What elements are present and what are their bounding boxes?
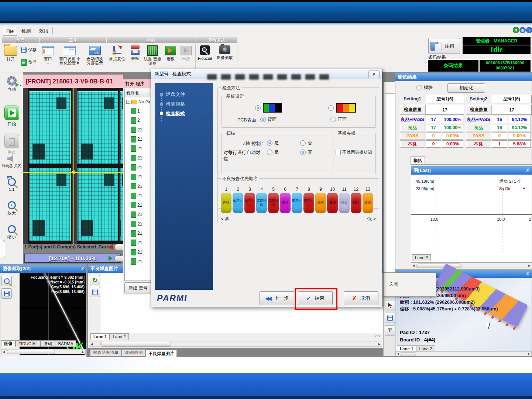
program-tree-item[interactable]: 21: [125, 229, 151, 238]
swatch-red-radio[interactable]: [328, 105, 334, 111]
nav-inspection-spec[interactable]: 检测规格: [160, 101, 185, 107]
chart-close-icon[interactable]: ✗: [526, 168, 529, 173]
zoom-1to1-button[interactable]: 1:1 1:1: [0, 178, 23, 192]
zoom-out-button[interactable]: − 缩小: [0, 225, 23, 240]
cancel-button[interactable]: ✗ 取消: [344, 291, 378, 305]
zoom-in-button[interactable]: + 放大: [0, 201, 23, 216]
no-clamp-checkbox[interactable]: [336, 150, 341, 155]
tab-defect-images[interactable]: 不良焊盘图片: [145, 350, 177, 357]
program-tree-item[interactable]: 21: [125, 200, 151, 210]
start-button[interactable]: 开始: [0, 106, 23, 127]
open-button[interactable]: 打开: [2, 44, 19, 61]
program-tree-item[interactable]: 21: [125, 163, 151, 172]
fiducial-button[interactable]: Fiducial: [196, 44, 214, 61]
program-tree-item[interactable]: 21: [125, 135, 151, 144]
swatch-green-radio[interactable]: [255, 105, 261, 111]
no-clamp-option[interactable]: 不使用夹板功能: [336, 149, 372, 155]
capture-close-icon[interactable]: ✗: [81, 266, 84, 271]
program-tree-item[interactable]: 21: [125, 125, 151, 135]
autofocus-yes-radio[interactable]: [267, 149, 272, 155]
logout-button[interactable]: 注销: [428, 38, 460, 54]
program-tree-item[interactable]: 21: [125, 210, 151, 220]
autofocus-no-radio[interactable]: [300, 149, 306, 155]
priority-button[interactable]: 面积过大: [303, 193, 314, 213]
quick-icon-g[interactable]: G: [513, 27, 519, 33]
program-tree-item[interactable]: 2: [125, 116, 151, 125]
tab-result-list[interactable]: 检查结果清单: [90, 350, 121, 356]
strip-save-button[interactable]: [385, 313, 395, 323]
nav-inspection-mode[interactable]: 检查模式: [160, 110, 185, 117]
surface-front-radio[interactable]: [330, 117, 336, 122]
swatch-red-option[interactable]: [328, 103, 356, 113]
save-button[interactable]: 保存: [21, 47, 37, 53]
program-tree-item[interactable]: 21: [125, 144, 151, 154]
defect-save-button[interactable]: [90, 287, 100, 297]
auto-dropdown-arrow-icon[interactable]: ▼: [19, 84, 22, 87]
program-column-header[interactable]: 程序名: [125, 89, 151, 97]
select-cursor-button[interactable]: [385, 300, 395, 310]
model-button[interactable]: 型号: [21, 59, 37, 66]
priority-button[interactable]: 体积过大: [244, 193, 255, 213]
z-axis-no-radio[interactable]: [300, 140, 306, 146]
program-tree-item[interactable]: 21: [125, 238, 151, 248]
priority-button[interactable]: 高度过低: [256, 193, 267, 213]
pad-3d-close-icon[interactable]: ✗: [526, 272, 529, 276]
program-tree-item[interactable]: 21: [125, 182, 151, 191]
info-icon[interactable]: i: [526, 27, 532, 33]
tab-summary[interactable]: 概括: [411, 156, 425, 164]
priority-button[interactable]: 翘曲: [351, 193, 361, 213]
origin-button[interactable]: 原点复位: [107, 44, 127, 61]
defect-refresh-button[interactable]: ↻: [90, 275, 100, 285]
priority-button[interactable]: 面积过小: [292, 193, 302, 213]
program-tree-item[interactable]: 21: [125, 191, 151, 201]
dialog-close-button[interactable]: ✗: [368, 70, 380, 78]
tab-3d-profile[interactable]: 3D侧面图: [121, 350, 145, 356]
tab-3d-lane1[interactable]: Lane 1: [397, 345, 416, 352]
program-tree-root[interactable]: − No Gr: [125, 97, 151, 106]
program-tree-item[interactable]: 21: [125, 248, 151, 257]
pcb-board[interactable]: [78, 168, 118, 241]
priority-button[interactable]: 偏移: [315, 193, 326, 213]
pcb-board[interactable]: [29, 168, 71, 241]
text-tool-button[interactable]: T: [385, 325, 395, 336]
tree-collapse-icon[interactable]: −: [126, 100, 130, 104]
nav-pad-file[interactable]: 焊盘文件: [160, 91, 185, 98]
program-tree-item[interactable]: 21: [125, 154, 151, 163]
priority-button[interactable]: 漏锡: [327, 193, 338, 213]
defect-hscrollbar[interactable]: ◀▶: [89, 341, 382, 347]
tab-scroll-arrows[interactable]: ◁ ▶: [76, 340, 83, 347]
close-popup-button[interactable]: 关闭: [389, 281, 398, 288]
priority-button[interactable]: 连锡: [221, 193, 231, 213]
capture-hscrollbar[interactable]: ◀▶: [1, 349, 86, 354]
priority-button[interactable]: 收缩: [363, 193, 373, 213]
autofocus-yes[interactable]: 是: [267, 149, 279, 155]
lane-tab-arrows[interactable]: ◁ ▷: [375, 334, 381, 338]
program-tree-item[interactable]: 21: [125, 219, 151, 229]
surface-back-option[interactable]: 背面: [260, 116, 277, 123]
tab-lane1[interactable]: Lane 1: [90, 333, 110, 340]
pad3d-hscrollbar[interactable]: ◀▶: [395, 351, 532, 356]
program-tree-item[interactable]: 21: [125, 257, 151, 266]
priority-button[interactable]: 形状: [280, 193, 291, 213]
tab-3d-lane2[interactable]: Lane 2: [416, 345, 435, 352]
tab-lane2[interactable]: Lane 2: [110, 333, 128, 340]
setting2-header[interactable]: Setting2: [466, 95, 491, 103]
z-axis-no[interactable]: 否: [300, 140, 312, 146]
pcb-board[interactable]: [29, 91, 71, 164]
menu-utility[interactable]: 效用: [39, 28, 48, 34]
initialize-button[interactable]: 初始化: [447, 83, 485, 93]
setting1-header[interactable]: Setting1: [400, 95, 425, 103]
buzzer-button[interactable]: 蜂鸣器 关闭: [0, 155, 23, 169]
program-tree-item[interactable]: 21: [125, 172, 151, 182]
pcb-board[interactable]: [78, 91, 118, 164]
image-capture-button[interactable]: 影像截取: [215, 44, 235, 60]
z-axis-yes-radio[interactable]: [267, 140, 272, 146]
autofocus-no[interactable]: 否: [300, 149, 312, 155]
clock-icon[interactable]: ◷: [519, 27, 526, 33]
board-in-button[interactable]: 进板: [163, 44, 178, 61]
back-button[interactable]: ◀◀ 上一步: [260, 291, 294, 305]
pcb-viewport[interactable]: [23, 88, 123, 244]
menu-inspect[interactable]: 检测: [21, 28, 31, 34]
module-radio[interactable]: [416, 85, 422, 90]
z-axis-yes[interactable]: 是: [267, 140, 279, 146]
